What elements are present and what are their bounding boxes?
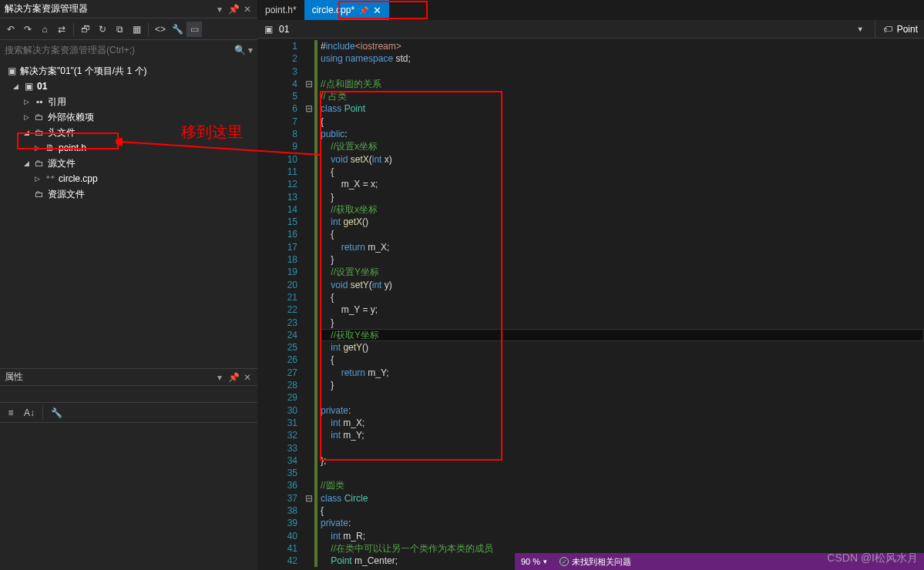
collapsed-arrow-icon[interactable]: ▷ — [22, 112, 31, 122]
solution-node[interactable]: ▣ 解决方案"01"(1 个项目/共 1 个) — [0, 63, 257, 79]
check-icon: ✓ — [559, 557, 569, 566]
code-editor[interactable]: 1234567891011121314151617181920212223242… — [257, 39, 924, 570]
alphabetical-icon[interactable]: A↓ — [22, 405, 37, 421]
properties-panel: 属性 ▾ 📌 ✕ ≡ A↓ 🔧 — [0, 368, 257, 570]
collapse-icon[interactable]: ⧉ — [112, 22, 127, 37]
chevron-down-icon[interactable]: ▼ — [857, 25, 864, 33]
solution-icon: ▣ — [5, 65, 18, 77]
collapsed-arrow-icon[interactable]: ▷ — [32, 174, 42, 183]
issues-status[interactable]: ✓ 未找到相关问题 — [559, 556, 631, 568]
wrench-icon[interactable]: 🔧 — [49, 405, 64, 421]
expand-arrow-icon[interactable]: ◢ — [11, 82, 20, 91]
pin-icon[interactable]: 📌 — [359, 6, 368, 15]
close-icon[interactable]: ✕ — [373, 5, 381, 16]
class-icon: 🏷 — [882, 23, 894, 35]
project-icon: ▣ — [262, 23, 274, 35]
properties-header: 属性 ▾ 📌 ✕ — [0, 369, 257, 386]
home-icon[interactable]: ⌂ — [37, 22, 52, 37]
annotation-label: 移到这里 — [181, 122, 243, 142]
dropdown-icon[interactable]: ▾ — [214, 372, 225, 383]
navigation-bar: ▣ 01 ▼ 🏷 Point — [257, 20, 924, 39]
sources-folder-node[interactable]: ◢ 🗀 源文件 — [0, 156, 257, 171]
collapsed-arrow-icon[interactable]: ▷ — [22, 97, 31, 106]
project-node[interactable]: ◢ ▣ 01 — [0, 79, 257, 94]
editor-area: point.h* circle.cpp* 📌 ✕ ▣ 01 ▼ 🏷 Point … — [257, 0, 924, 570]
preview-icon[interactable]: ▭ — [186, 22, 202, 37]
properties-toolbar: ≡ A↓ 🔧 — [0, 403, 257, 423]
folder-icon: 🗀 — [33, 111, 45, 123]
references-node[interactable]: ▷ ▪▪ 引用 — [0, 94, 257, 109]
show-all-icon[interactable]: ▦ — [129, 22, 144, 37]
tab-circle-cpp[interactable]: circle.cpp* 📌 ✕ — [304, 0, 389, 20]
folder-icon: 🗀 — [33, 188, 45, 200]
sync-icon[interactable]: ⇄ — [54, 22, 69, 37]
pin-icon[interactable]: 📌 — [228, 4, 239, 15]
point-h-file-node[interactable]: ▷ 🗎 point.h — [0, 140, 257, 156]
switch-view-icon[interactable]: 🗗 — [78, 22, 93, 37]
editor-tabs: point.h* circle.cpp* 📌 ✕ — [257, 0, 924, 20]
resources-folder-node[interactable]: 🗀 资源文件 — [0, 186, 257, 202]
properties-icon[interactable]: 🔧 — [170, 22, 185, 37]
folder-icon: 🗀 — [33, 126, 45, 139]
forward-icon[interactable]: ↷ — [20, 22, 35, 37]
properties-title: 属性 — [5, 370, 23, 384]
tab-point-h[interactable]: point.h* — [257, 0, 304, 20]
refresh-icon[interactable]: ↻ — [95, 22, 110, 37]
categorize-icon[interactable]: ≡ — [3, 405, 18, 421]
close-icon[interactable]: ✕ — [242, 372, 253, 383]
solution-explorer-search: 🔍 ▾ — [0, 40, 257, 60]
cpp-file-icon: ⁺⁺ — [44, 173, 56, 185]
scope-selector[interactable]: 01 — [279, 24, 289, 35]
code-content[interactable]: #include<iostream>using namespace std; /… — [318, 39, 924, 570]
solution-explorer-title: 解决方案资源管理器 — [5, 2, 88, 15]
class-selector[interactable]: Point — [897, 24, 918, 35]
collapsed-arrow-icon[interactable]: ▷ — [32, 143, 42, 153]
dropdown-icon[interactable]: ▾ — [214, 4, 225, 15]
line-number-gutter: 1234567891011121314151617181920212223242… — [257, 39, 304, 570]
search-input[interactable] — [5, 45, 234, 55]
solution-explorer-header: 解决方案资源管理器 ▾ 📌 ✕ — [0, 0, 257, 18]
zoom-level[interactable]: 90 % ▾ — [521, 557, 547, 566]
header-file-icon: 🗎 — [44, 142, 56, 154]
solution-explorer-toolbar: ↶ ↷ ⌂ ⇄ 🗗 ↻ ⧉ ▦ <> 🔧 ▭ — [0, 18, 257, 40]
close-icon[interactable]: ✕ — [242, 4, 253, 15]
code-icon[interactable]: <> — [153, 22, 168, 37]
expand-arrow-icon[interactable]: ◢ — [22, 128, 31, 137]
fold-column: ⊟⊟⊟ — [304, 39, 314, 570]
folder-icon: 🗀 — [33, 157, 45, 169]
pin-icon[interactable]: 📌 — [228, 372, 239, 383]
circle-cpp-file-node[interactable]: ▷ ⁺⁺ circle.cpp — [0, 171, 257, 186]
back-icon[interactable]: ↶ — [3, 22, 18, 37]
references-icon: ▪▪ — [33, 96, 45, 108]
search-icon[interactable]: 🔍 ▾ — [234, 45, 253, 55]
project-icon: ▣ — [22, 80, 35, 92]
watermark: CSDN @I松风水月 — [827, 552, 918, 565]
expand-arrow-icon[interactable]: ◢ — [22, 159, 31, 168]
